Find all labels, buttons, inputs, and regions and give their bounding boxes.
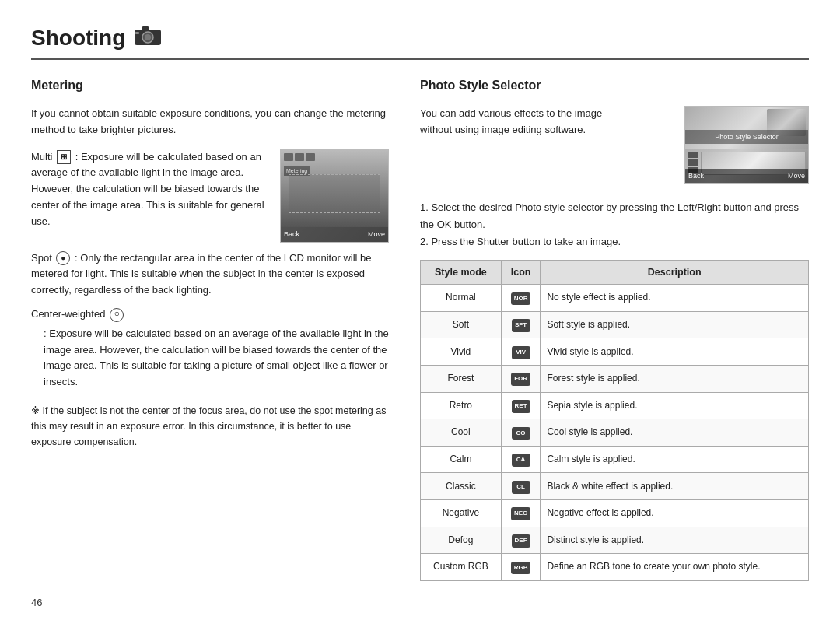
metering-img-move: Move (368, 229, 385, 240)
table-row: CoolCOCool style is applied. (421, 419, 809, 447)
metering-note: ※ If the subject is not the center of th… (31, 403, 389, 450)
style-icon-cell: NOR (501, 285, 541, 312)
style-icon: VIV (512, 346, 530, 359)
table-row: NegativeNEGNegative effect is applied. (421, 500, 809, 527)
table-row: NormalNORNo style effect is applied. (421, 285, 809, 312)
style-mode-cell: Defog (421, 527, 502, 554)
photo-style-img-title: Photo Style Selector (685, 130, 808, 144)
style-mode-cell: Normal (421, 285, 502, 312)
style-icon: CL (512, 481, 530, 494)
table-row: Custom RGBRGBDefine an RGB tone to creat… (421, 554, 809, 581)
style-mode-cell: Custom RGB (421, 554, 502, 581)
spot-desc: : Only the rectangular area in the cente… (31, 252, 372, 296)
photo-style-step1: 1. Select the desired Photo style select… (420, 199, 809, 233)
style-desc-cell: Distinct style is applied. (541, 527, 809, 554)
style-icon: SFT (512, 319, 530, 332)
photo-style-screenshot: Photo Style Selector Back Move (684, 106, 809, 184)
page-number: 46 (31, 597, 809, 608)
style-icon-cell: DEF (501, 527, 541, 554)
style-desc-cell: Soft style is applied. (541, 311, 809, 338)
style-desc-cell: Calm style is applied. (541, 446, 809, 473)
style-icon-cell: CL (501, 473, 541, 500)
table-row: ClassicCLBlack & white effect is applied… (421, 473, 809, 500)
style-icon: RGB (511, 562, 531, 575)
table-row: RetroRETSepia style is applied. (421, 392, 809, 419)
style-icon-cell: RGB (501, 554, 541, 581)
svg-point-2 (145, 34, 151, 40)
style-desc-cell: Forest style is applied. (541, 366, 809, 393)
multi-icon: ⊞ (57, 150, 71, 164)
style-icon-cell: CA (501, 446, 541, 473)
style-icon: NOR (511, 292, 531, 306)
col-header-mode: Style mode (421, 261, 502, 285)
multi-metering-text: Multi ⊞ : Exposure will be calculated ba… (31, 149, 268, 243)
style-icon-cell: RET (501, 392, 541, 419)
photo-style-title: Photo Style Selector (420, 79, 809, 96)
style-mode-cell: Cool (421, 419, 502, 447)
style-icon-cell: SFT (501, 311, 541, 338)
style-icon: CA (512, 454, 530, 467)
style-mode-cell: Vivid (421, 338, 502, 366)
table-row: ForestFORForest style is applied. (421, 366, 809, 393)
spot-metering-text: Spot ● : Only the rectangular area in th… (31, 250, 389, 299)
style-table: Style mode Icon Description NormalNORNo … (420, 260, 809, 581)
photo-style-step2: 2. Press the Shutter button to take an i… (420, 233, 809, 250)
cw-label: Center-weighted (31, 308, 105, 320)
style-mode-cell: Negative (421, 500, 502, 527)
metering-img-back: Back (284, 229, 299, 240)
table-row: VividVIVVivid style is applied. (421, 338, 809, 366)
style-icon: NEG (511, 507, 530, 520)
style-desc-cell: Cool style is applied. (541, 419, 809, 447)
spot-label: Spot (31, 252, 52, 264)
style-icon-cell: FOR (501, 366, 541, 393)
style-icon-cell: CO (501, 419, 541, 447)
style-icon: RET (512, 400, 530, 413)
style-desc-cell: Sepia style is applied. (541, 392, 809, 419)
col-header-desc: Description (541, 261, 809, 285)
style-mode-cell: Retro (421, 392, 502, 419)
cw-icon-el: ⊙ (110, 308, 124, 322)
spot-icon-el: ● (56, 251, 70, 265)
cw-desc-text: : Exposure will be calculated based on a… (44, 326, 389, 391)
table-row: SoftSFTSoft style is applied. (421, 311, 809, 338)
table-row: CalmCACalm style is applied. (421, 446, 809, 473)
metering-intro: If you cannot obtain suitable exposure c… (31, 106, 389, 138)
metering-screenshot: Metering Back Move (280, 149, 389, 243)
svg-rect-3 (142, 26, 149, 30)
style-icon-cell: VIV (501, 338, 541, 366)
metering-section: Metering If you cannot obtain suitable e… (31, 79, 389, 581)
camera-icon (133, 23, 163, 52)
style-icon-cell: NEG (501, 500, 541, 527)
photo-style-steps: 1. Select the desired Photo style select… (420, 199, 809, 250)
style-icon: CO (512, 427, 530, 440)
style-mode-cell: Soft (421, 311, 502, 338)
style-icon: DEF (512, 534, 530, 548)
col-header-icon: Icon (501, 261, 541, 285)
title-text: Shooting (31, 26, 125, 51)
style-mode-cell: Calm (421, 446, 502, 473)
photo-style-section: Photo Style Selector Photo Style Selecto… (420, 79, 809, 581)
style-desc-cell: No style effect is applied. (541, 285, 809, 312)
metering-title: Metering (31, 79, 389, 96)
photo-img-move: Move (788, 170, 805, 181)
style-desc-cell: Define an RGB tone to create your own ph… (541, 554, 809, 581)
style-desc-cell: Negative effect is applied. (541, 500, 809, 527)
multi-label: Multi (31, 151, 52, 163)
style-desc-cell: Vivid style is applied. (541, 338, 809, 366)
photo-img-back: Back (688, 170, 704, 181)
style-mode-cell: Forest (421, 366, 502, 393)
cw-label-text: Center-weighted ⊙ (31, 306, 389, 323)
style-desc-cell: Black & white effect is applied. (541, 473, 809, 500)
style-mode-cell: Classic (421, 473, 502, 500)
style-icon: FOR (511, 373, 530, 386)
table-row: DefogDEFDistinct style is applied. (421, 527, 809, 554)
page-title: Shooting (31, 23, 809, 60)
svg-rect-4 (135, 32, 139, 34)
